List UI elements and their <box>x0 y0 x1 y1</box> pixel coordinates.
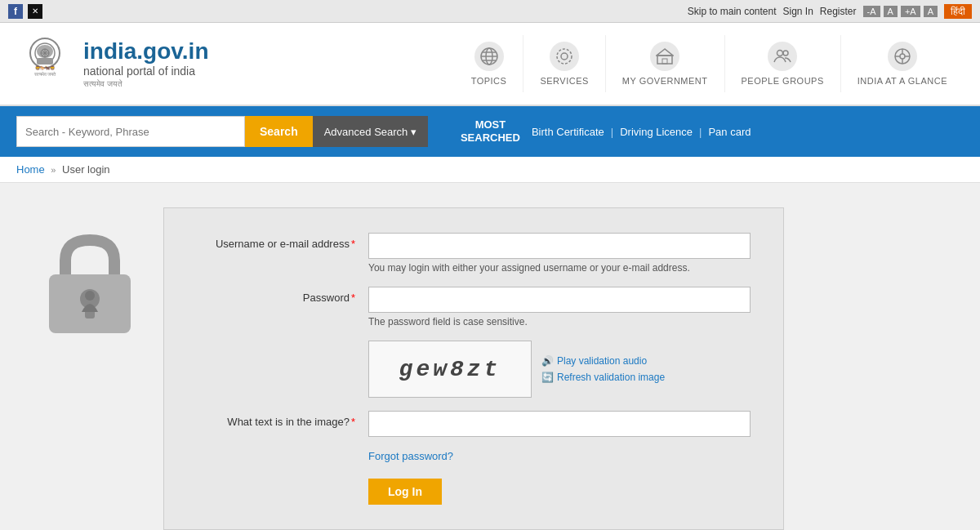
logo-section: सत्यमेव जयते 🦁🐎🐂🦁 india.gov.in national … <box>16 31 208 96</box>
svg-point-17 <box>557 49 572 64</box>
svg-text:सत्यमेव जयते: सत्यमेव जयते <box>33 71 57 77</box>
pan-card-link[interactable]: Pan card <box>708 126 751 138</box>
username-hint: You may login with either your assigned … <box>368 262 751 274</box>
captcha-controls: 🔊 Play validation audio 🔄 Refresh valida… <box>541 355 665 383</box>
captcha-required: * <box>351 416 355 428</box>
login-button[interactable]: Log In <box>368 479 442 505</box>
svg-point-24 <box>900 54 905 59</box>
breadcrumb-current: User login <box>62 163 110 176</box>
captcha-input-row: What text is in the image?* <box>197 411 751 437</box>
font-controls: -A A +A A <box>863 6 938 17</box>
svg-point-16 <box>561 53 568 60</box>
most-searched-label: MOSTSEARCHED <box>461 118 520 144</box>
svg-point-22 <box>783 51 788 56</box>
font-decrease-btn[interactable]: -A <box>863 6 880 17</box>
username-input[interactable] <box>368 233 751 259</box>
separator-1: | <box>611 126 613 138</box>
signin-link[interactable]: Sign In <box>783 6 813 17</box>
skip-to-main[interactable]: Skip to main content <box>688 6 777 17</box>
captcha-field <box>368 411 751 437</box>
main-content: Username or e-mail address* You may logi… <box>0 183 980 530</box>
font-increase-btn[interactable]: +A <box>901 6 920 17</box>
username-label: Username or e-mail address* <box>197 233 368 250</box>
svg-point-32 <box>85 291 95 301</box>
logo-text: india.gov.in national portal of india सत… <box>83 38 208 89</box>
register-link[interactable]: Register <box>820 6 857 17</box>
password-row: Password* The password field is case sen… <box>197 287 751 327</box>
font-large-btn[interactable]: A <box>924 6 938 17</box>
refresh-image-link[interactable]: 🔄 Refresh validation image <box>541 372 665 383</box>
india-at-a-glance-label: INDIA AT A GLANCE <box>858 76 947 86</box>
lock-icon <box>41 232 139 338</box>
top-bar-right: Skip to main content Sign In Register -A… <box>688 4 972 19</box>
captcha-section: gew8zt 🔊 Play validation audio 🔄 Refresh… <box>368 341 751 398</box>
india-at-a-glance-icon <box>888 42 917 71</box>
search-input[interactable] <box>16 116 245 147</box>
lock-icon-area <box>16 207 163 338</box>
topics-icon <box>474 42 504 71</box>
twitter-x-icon[interactable]: ✕ <box>28 4 42 19</box>
login-panel: Username or e-mail address* You may logi… <box>163 207 784 530</box>
social-icons: f ✕ <box>8 4 42 19</box>
my-government-label: MY GOVERNMENT <box>622 76 708 86</box>
audio-icon: 🔊 <box>541 355 554 367</box>
font-normal-btn[interactable]: A <box>884 6 898 17</box>
nav-topics[interactable]: TOPICS <box>455 35 524 92</box>
play-audio-link[interactable]: 🔊 Play validation audio <box>541 355 665 367</box>
birth-certificate-link[interactable]: Birth Certificate <box>532 126 604 138</box>
topics-label: TOPICS <box>471 76 507 86</box>
breadcrumb-separator: » <box>51 165 56 175</box>
breadcrumb-home[interactable]: Home <box>16 163 45 176</box>
hindi-btn[interactable]: हिंदी <box>944 4 972 19</box>
search-bar: Search Advanced Search ▾ MOSTSEARCHED Bi… <box>0 106 980 157</box>
username-row: Username or e-mail address* You may logi… <box>197 233 751 274</box>
svg-text:🦁🐎🐂🦁: 🦁🐎🐂🦁 <box>35 65 56 71</box>
most-searched-links: Birth Certificate | Driving Licence | Pa… <box>532 126 751 138</box>
national-emblem: सत्यमेव जयते 🦁🐎🐂🦁 <box>16 31 74 96</box>
captcha-input[interactable] <box>368 411 751 437</box>
captcha-label: What text is in the image?* <box>197 411 368 428</box>
people-groups-label: PEOPLE GROUPS <box>742 76 824 86</box>
top-bar: f ✕ Skip to main content Sign In Registe… <box>0 0 980 23</box>
breadcrumb: Home » User login <box>0 157 980 183</box>
main-nav: TOPICS SERVICES MY GOVERNMENT PEOPLE GRO… <box>455 35 964 92</box>
password-input[interactable] <box>368 287 751 313</box>
nav-services[interactable]: SERVICES <box>523 35 605 92</box>
forgot-password-link[interactable]: Forgot password? <box>368 450 751 462</box>
refresh-icon: 🔄 <box>541 372 554 383</box>
username-field: You may login with either your assigned … <box>368 233 751 274</box>
people-groups-icon <box>768 42 797 71</box>
username-required: * <box>351 238 355 250</box>
svg-rect-20 <box>662 59 667 64</box>
most-searched-section: MOSTSEARCHED Birth Certificate | Driving… <box>461 118 751 144</box>
separator-2: | <box>699 126 702 138</box>
header: सत्यमेव जयते 🦁🐎🐂🦁 india.gov.in national … <box>0 23 980 106</box>
nav-india-at-a-glance[interactable]: INDIA AT A GLANCE <box>841 35 964 92</box>
facebook-icon[interactable]: f <box>8 4 23 19</box>
search-input-group: Search Advanced Search ▾ <box>16 116 428 147</box>
password-required: * <box>351 292 355 304</box>
password-label: Password* <box>197 287 368 304</box>
captcha-image: gew8zt <box>368 341 532 398</box>
password-hint: The password field is case sensitive. <box>368 316 751 327</box>
svg-rect-18 <box>657 56 672 64</box>
driving-licence-link[interactable]: Driving Licence <box>620 126 693 138</box>
my-government-icon <box>650 42 679 71</box>
site-subtitle: national portal of india <box>83 65 208 78</box>
search-button[interactable]: Search <box>245 116 313 147</box>
svg-marker-19 <box>657 49 673 56</box>
services-label: SERVICES <box>540 76 588 86</box>
svg-rect-3 <box>37 58 53 65</box>
site-title: india.gov.in <box>83 38 208 65</box>
site-tagline: सत्यमेव जयते <box>83 79 208 89</box>
svg-point-21 <box>777 51 783 56</box>
services-icon <box>550 42 579 71</box>
password-field: The password field is case sensitive. <box>368 287 751 327</box>
nav-people-groups[interactable]: PEOPLE GROUPS <box>725 35 841 92</box>
advanced-search-button[interactable]: Advanced Search ▾ <box>313 116 428 147</box>
nav-my-government[interactable]: MY GOVERNMENT <box>606 35 725 92</box>
